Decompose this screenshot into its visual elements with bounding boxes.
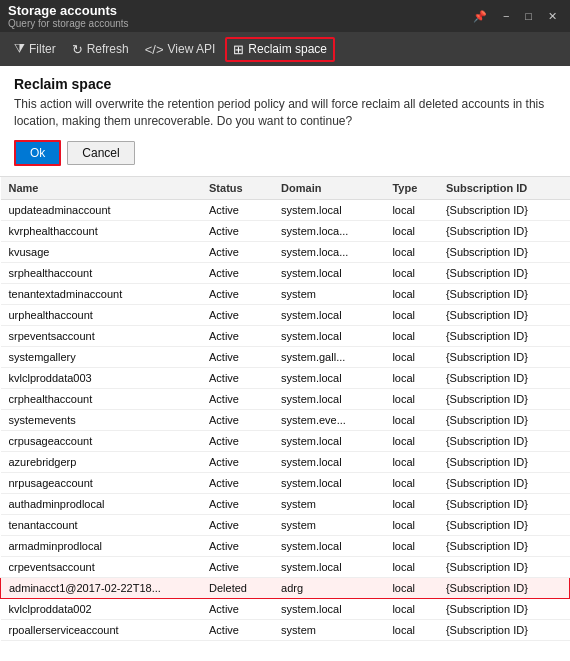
cell-type: local (384, 241, 437, 262)
minimize-button[interactable]: − (498, 9, 514, 23)
cell-type: local (384, 199, 437, 220)
cell-name: updateadminaccount (1, 199, 202, 220)
table-header-row: Name Status Domain Type Subscription ID (1, 177, 570, 200)
cell-status: Active (201, 514, 273, 535)
cell-name: kvlclproddata002 (1, 598, 202, 619)
viewapi-icon: </> (145, 42, 164, 57)
cell-subscription: {Subscription ID} (438, 472, 570, 493)
cell-domain: system.local (273, 304, 384, 325)
reclaim-description: This action will overwrite the retention… (14, 96, 556, 130)
reclaim-title: Reclaim space (14, 76, 556, 92)
cell-name: rpoallerserviceaccount (1, 619, 202, 640)
table-row[interactable]: kvlclproddata002 Active system.local loc… (1, 598, 570, 619)
cell-domain: system.local (273, 556, 384, 577)
table-row[interactable]: kvusage Active system.loca... local {Sub… (1, 241, 570, 262)
table-row[interactable]: rpoallerserviceaccount Active system loc… (1, 619, 570, 640)
cell-domain: system (273, 493, 384, 514)
cell-subscription: {Subscription ID} (438, 283, 570, 304)
cell-status: Active (201, 241, 273, 262)
cell-status: Active (201, 619, 273, 640)
cell-subscription: {Subscription ID} (438, 367, 570, 388)
cell-type: local (384, 409, 437, 430)
accounts-table-container[interactable]: Name Status Domain Type Subscription ID … (0, 177, 570, 661)
app-subtitle: Query for storage accounts (8, 18, 129, 29)
refresh-label: Refresh (87, 42, 129, 56)
cell-status: Active (201, 430, 273, 451)
ok-button[interactable]: Ok (14, 140, 61, 166)
pin-button[interactable]: 📌 (468, 9, 492, 24)
cell-domain: system.local (273, 199, 384, 220)
cell-domain: system.local (273, 598, 384, 619)
cell-status: Active (201, 367, 273, 388)
cell-subscription: {Subscription ID} (438, 409, 570, 430)
viewapi-label: View API (168, 42, 216, 56)
table-row[interactable]: crpeventsaccount Active system.local loc… (1, 556, 570, 577)
cell-subscription: {Subscription ID} (438, 577, 570, 598)
cell-domain: system.gall... (273, 346, 384, 367)
close-button[interactable]: ✕ (543, 9, 562, 24)
cell-domain: system (273, 514, 384, 535)
table-row[interactable]: nrpusageaccount Active system.local loca… (1, 472, 570, 493)
table-row[interactable]: kvlclproddata003 Active system.local loc… (1, 367, 570, 388)
cell-domain: system (273, 283, 384, 304)
cell-subscription: {Subscription ID} (438, 451, 570, 472)
cell-subscription: {Subscription ID} (438, 619, 570, 640)
cell-type: local (384, 346, 437, 367)
table-row[interactable]: systemevents Active system.eve... local … (1, 409, 570, 430)
cell-status: Active (201, 556, 273, 577)
table-row[interactable]: srphealthaccount Active system.local loc… (1, 262, 570, 283)
accounts-table: Name Status Domain Type Subscription ID … (0, 177, 570, 641)
cell-type: local (384, 388, 437, 409)
table-row[interactable]: adminacct1@2017-02-22T18... Deleted adrg… (1, 577, 570, 598)
main-content: Reclaim space This action will overwrite… (0, 66, 570, 661)
cell-subscription: {Subscription ID} (438, 430, 570, 451)
table-row[interactable]: armadminprodlocal Active system.local lo… (1, 535, 570, 556)
maximize-button[interactable]: □ (520, 9, 537, 23)
cell-subscription: {Subscription ID} (438, 304, 570, 325)
title-bar: Storage accounts Query for storage accou… (0, 0, 570, 32)
cell-type: local (384, 283, 437, 304)
cell-status: Active (201, 493, 273, 514)
reclaim-button[interactable]: ⊞ Reclaim space (225, 37, 335, 62)
cell-name: kvusage (1, 241, 202, 262)
table-row[interactable]: updateadminaccount Active system.local l… (1, 199, 570, 220)
cell-type: local (384, 220, 437, 241)
cell-name: systemgallery (1, 346, 202, 367)
table-row[interactable]: azurebridgerp Active system.local local … (1, 451, 570, 472)
cell-type: local (384, 535, 437, 556)
cell-name: authadminprodlocal (1, 493, 202, 514)
cell-subscription: {Subscription ID} (438, 199, 570, 220)
col-header-sub: Subscription ID (438, 177, 570, 200)
cell-status: Deleted (201, 577, 273, 598)
cell-type: local (384, 493, 437, 514)
table-row[interactable]: systemgallery Active system.gall... loca… (1, 346, 570, 367)
col-header-name: Name (1, 177, 202, 200)
cell-type: local (384, 325, 437, 346)
cell-domain: system.local (273, 367, 384, 388)
table-row[interactable]: srpeventsaccount Active system.local loc… (1, 325, 570, 346)
refresh-button[interactable]: ↻ Refresh (66, 39, 135, 60)
cell-domain: system.local (273, 535, 384, 556)
filter-button[interactable]: ⧩ Filter (8, 38, 62, 60)
cell-status: Active (201, 388, 273, 409)
cell-domain: system.local (273, 388, 384, 409)
cell-name: tenantaccount (1, 514, 202, 535)
table-row[interactable]: tenantaccount Active system local {Subsc… (1, 514, 570, 535)
table-row[interactable]: urphealthaccount Active system.local loc… (1, 304, 570, 325)
cell-name: nrpusageaccount (1, 472, 202, 493)
viewapi-button[interactable]: </> View API (139, 39, 222, 60)
cell-name: azurebridgerp (1, 451, 202, 472)
table-row[interactable]: crphealthaccount Active system.local loc… (1, 388, 570, 409)
cell-type: local (384, 304, 437, 325)
cell-type: local (384, 451, 437, 472)
cancel-button[interactable]: Cancel (67, 141, 134, 165)
table-row[interactable]: tenantextadminaccount Active system loca… (1, 283, 570, 304)
title-bar-left: Storage accounts Query for storage accou… (8, 3, 129, 29)
table-row[interactable]: kvrphealthaccount Active system.loca... … (1, 220, 570, 241)
cell-status: Active (201, 304, 273, 325)
cell-name: crpusageaccount (1, 430, 202, 451)
cell-type: local (384, 472, 437, 493)
cell-subscription: {Subscription ID} (438, 388, 570, 409)
table-row[interactable]: authadminprodlocal Active system local {… (1, 493, 570, 514)
table-row[interactable]: crpusageaccount Active system.local loca… (1, 430, 570, 451)
